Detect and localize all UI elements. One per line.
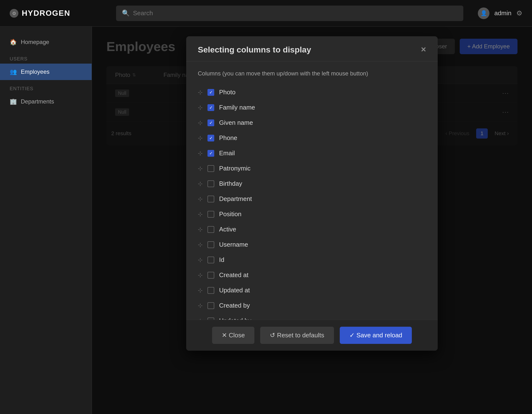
drag-handle-icon[interactable]: ⊹ xyxy=(198,89,203,96)
sidebar-section-entities: ENTITIES xyxy=(0,80,92,93)
reset-button[interactable]: ↺ Reset to defaults xyxy=(260,327,334,344)
employees-icon: 👥 xyxy=(10,68,17,75)
home-icon: 🏠 xyxy=(10,39,17,46)
drag-handle-icon[interactable]: ⊹ xyxy=(198,165,203,172)
app-title: HYDROGEN xyxy=(22,9,70,18)
column-checkbox[interactable] xyxy=(208,318,214,320)
column-label: Id xyxy=(219,256,224,263)
column-item: ⊹✓Photo xyxy=(198,85,426,100)
user-area: 👤 admin ⚙ xyxy=(478,8,522,19)
column-item: ⊹✓Given name xyxy=(198,115,426,130)
search-icon: 🔍 xyxy=(122,9,130,17)
column-item: ⊹Id xyxy=(198,252,426,267)
column-item: ⊹✓Email xyxy=(198,146,426,161)
column-label: Department xyxy=(219,195,252,203)
drag-handle-icon[interactable]: ⊹ xyxy=(198,257,203,263)
column-label: Birthday xyxy=(219,180,242,188)
gear-icon[interactable]: ⚙ xyxy=(516,9,522,17)
employees-label: Employees xyxy=(21,68,50,75)
drag-handle-icon[interactable]: ⊹ xyxy=(198,120,203,126)
modal-body: Columns (you can move them up/down with … xyxy=(186,61,438,320)
modal-footer: ✕ Close ↺ Reset to defaults ✓ Save and r… xyxy=(186,320,438,351)
column-checkbox[interactable]: ✓ xyxy=(208,104,214,111)
drag-handle-icon[interactable]: ⊹ xyxy=(198,196,203,202)
column-label: Photo xyxy=(219,88,236,96)
drag-handle-icon[interactable]: ⊹ xyxy=(198,318,203,320)
column-item: ⊹Created at xyxy=(198,267,426,283)
column-item: ⊹Created by xyxy=(198,298,426,313)
column-checkbox[interactable] xyxy=(208,226,214,233)
avatar: 👤 xyxy=(478,8,489,19)
column-item: ⊹Patronymic xyxy=(198,161,426,176)
drag-handle-icon[interactable]: ⊹ xyxy=(198,150,203,157)
column-item: ⊹Updated at xyxy=(198,283,426,298)
topbar: ⊙ HYDROGEN 🔍 👤 admin ⚙ xyxy=(0,0,532,27)
column-checkbox[interactable] xyxy=(208,180,214,187)
column-checkbox[interactable] xyxy=(208,196,214,202)
column-checkbox[interactable] xyxy=(208,287,214,294)
drag-handle-icon[interactable]: ⊹ xyxy=(198,211,203,218)
sidebar-item-employees[interactable]: 👥 Employees xyxy=(0,64,92,80)
column-label: Given name xyxy=(219,119,253,126)
column-label: Created by xyxy=(219,302,250,309)
column-checkbox[interactable] xyxy=(208,211,214,218)
admin-label: admin xyxy=(494,9,512,17)
search-input[interactable] xyxy=(133,9,457,17)
search-bar: 🔍 xyxy=(116,6,463,21)
drag-handle-icon[interactable]: ⊹ xyxy=(198,302,203,309)
save-reload-button[interactable]: ✓ Save and reload xyxy=(340,327,412,344)
drag-handle-icon[interactable]: ⊹ xyxy=(198,226,203,233)
column-label: Active xyxy=(219,226,236,233)
column-item: ⊹Position xyxy=(198,207,426,222)
modal-close-icon[interactable]: ✕ xyxy=(420,46,426,54)
sidebar: 🏠 Homepage USERS 👥 Employees ENTITIES 🏢 … xyxy=(0,27,92,414)
content-area: Employees ⊞ Column chooser + Add Employe… xyxy=(92,27,532,414)
logo-icon: ⊙ xyxy=(10,9,18,18)
column-item: ⊹Updated by xyxy=(198,313,426,320)
column-checkbox[interactable] xyxy=(208,241,214,248)
drag-handle-icon[interactable]: ⊹ xyxy=(198,135,203,141)
column-label: Created at xyxy=(219,271,248,279)
column-item: ⊹Active xyxy=(198,222,426,237)
columns-hint: Columns (you can move them up/down with … xyxy=(198,70,426,77)
column-checkbox[interactable]: ✓ xyxy=(208,120,214,126)
departments-label: Departments xyxy=(21,98,54,105)
sidebar-item-homepage[interactable]: 🏠 Homepage xyxy=(0,34,92,50)
modal-overlay: Selecting columns to display ✕ Columns (… xyxy=(92,27,532,414)
drag-handle-icon[interactable]: ⊹ xyxy=(198,180,203,187)
column-label: Updated at xyxy=(219,287,250,294)
column-checkbox[interactable] xyxy=(208,165,214,172)
departments-icon: 🏢 xyxy=(10,98,17,105)
drag-handle-icon[interactable]: ⊹ xyxy=(198,104,203,111)
column-item: ⊹✓Family name xyxy=(198,100,426,115)
column-checkbox[interactable] xyxy=(208,272,214,279)
close-button[interactable]: ✕ Close xyxy=(212,327,255,344)
column-label: Patronymic xyxy=(219,165,250,172)
logo-area: ⊙ HYDROGEN xyxy=(10,9,102,18)
column-item: ⊹✓Phone xyxy=(198,130,426,146)
column-item: ⊹Birthday xyxy=(198,176,426,191)
column-checkbox[interactable]: ✓ xyxy=(208,89,214,96)
column-item: ⊹Department xyxy=(198,191,426,207)
main-layout: 🏠 Homepage USERS 👥 Employees ENTITIES 🏢 … xyxy=(0,27,532,414)
sidebar-item-departments[interactable]: 🏢 Departments xyxy=(0,93,92,110)
drag-handle-icon[interactable]: ⊹ xyxy=(198,287,203,294)
modal-header: Selecting columns to display ✕ xyxy=(186,36,438,61)
column-label: Username xyxy=(219,241,248,248)
column-label: Family name xyxy=(219,104,255,111)
column-checkbox[interactable]: ✓ xyxy=(208,135,214,141)
drag-handle-icon[interactable]: ⊹ xyxy=(198,272,203,279)
homepage-label: Homepage xyxy=(21,39,49,46)
column-item: ⊹Username xyxy=(198,237,426,252)
column-label: Phone xyxy=(219,134,237,142)
column-list: ⊹✓Photo⊹✓Family name⊹✓Given name⊹✓Phone⊹… xyxy=(198,85,426,320)
drag-handle-icon[interactable]: ⊹ xyxy=(198,241,203,248)
column-checkbox[interactable] xyxy=(208,302,214,309)
column-label: Position xyxy=(219,210,242,218)
column-checkbox[interactable] xyxy=(208,257,214,263)
column-label: Updated by xyxy=(219,317,251,320)
column-chooser-modal: Selecting columns to display ✕ Columns (… xyxy=(186,36,438,351)
modal-title: Selecting columns to display ✕ xyxy=(198,45,426,54)
sidebar-section-users: USERS xyxy=(0,50,92,64)
column-checkbox[interactable]: ✓ xyxy=(208,150,214,157)
